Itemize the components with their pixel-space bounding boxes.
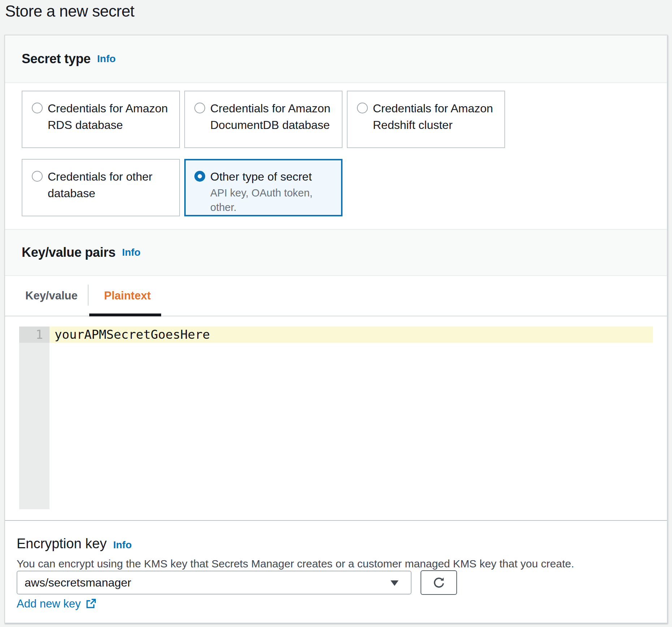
encryption-key-section: Encryption key Info You can encrypt usin… (5, 521, 667, 623)
option-rds[interactable]: Credentials for Amazon RDS database (22, 91, 180, 148)
key-value-pairs-info-link[interactable]: Info (122, 247, 141, 258)
option-documentdb[interactable]: Credentials for Amazon DocumentDB databa… (184, 91, 343, 148)
option-other-type-of-secret[interactable]: Other type of secret API key, OAuth toke… (184, 159, 343, 216)
option-other-database[interactable]: Credentials for other database (22, 159, 180, 216)
tab-key-value[interactable]: Key/value (25, 276, 78, 316)
line-number: 1 (19, 327, 49, 343)
key-value-pairs-heading: Key/value pairs (22, 245, 116, 260)
editor-tabs: Key/value Plaintext (5, 276, 667, 316)
encryption-key-info-link[interactable]: Info (113, 539, 132, 551)
refresh-icon (432, 575, 446, 590)
radio-unchecked-icon[interactable] (357, 103, 368, 113)
option-redshift[interactable]: Credentials for Amazon Redshift cluster (347, 91, 505, 148)
kms-key-select[interactable]: aws/secretsmanager (17, 571, 412, 594)
key-value-pairs-header: Key/value pairs Info (5, 229, 667, 276)
option-label: Other type of secret (210, 170, 312, 183)
secret-type-header: Secret type Info (5, 35, 667, 83)
refresh-keys-button[interactable] (421, 570, 457, 595)
secret-plaintext-value[interactable]: yourAPMSecretGoesHere (55, 327, 210, 343)
store-secret-form: Secret type Info Credentials for Amazon … (4, 35, 668, 623)
tab-divider (88, 285, 89, 306)
plaintext-editor[interactable]: 1 yourAPMSecretGoesHere (5, 316, 667, 521)
radio-unchecked-icon[interactable] (32, 103, 43, 113)
option-label: Credentials for Amazon Redshift cluster (373, 102, 493, 131)
radio-checked-icon[interactable] (194, 171, 205, 182)
page-title: Store a new secret (5, 1, 134, 22)
add-new-key-link[interactable]: Add new key (17, 597, 96, 610)
option-label: Credentials for other database (48, 170, 152, 200)
tab-plaintext[interactable]: Plaintext (104, 276, 151, 316)
secret-type-options: Credentials for Amazon RDS database Cred… (5, 83, 667, 229)
encryption-key-heading: Encryption key (17, 536, 107, 552)
encryption-key-description: You can encrypt using the KMS key that S… (17, 558, 574, 570)
option-description: API key, OAuth token, other. (210, 186, 333, 215)
option-label: Credentials for Amazon RDS database (48, 102, 168, 131)
caret-down-icon (391, 580, 399, 586)
active-tab-underline (89, 314, 161, 316)
add-new-key-label: Add new key (17, 597, 81, 610)
secret-type-info-link[interactable]: Info (97, 53, 116, 65)
kms-key-selected-value: aws/secretsmanager (25, 576, 131, 589)
radio-unchecked-icon[interactable] (194, 103, 205, 113)
external-link-icon (85, 598, 96, 609)
secret-type-heading: Secret type (22, 51, 91, 66)
radio-unchecked-icon[interactable] (32, 171, 43, 182)
editor-gutter (19, 327, 49, 509)
option-label: Credentials for Amazon DocumentDB databa… (210, 102, 331, 131)
